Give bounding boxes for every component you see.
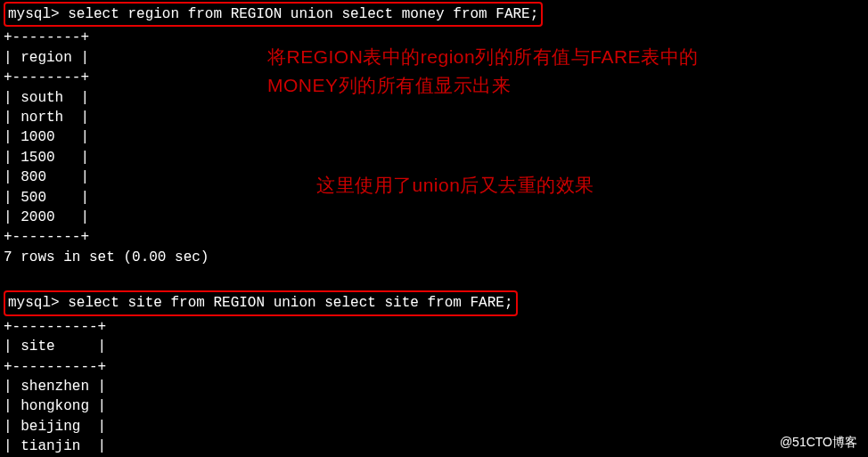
table2-row: | hongkong |: [4, 396, 864, 416]
annotation-1-line1: 将REGION表中的region列的所有值与FARE表中的: [267, 43, 699, 71]
table2-sep-top: +----------+: [4, 317, 864, 337]
query1-summary: 7 rows in set (0.00 sec): [4, 248, 864, 267]
query1-prompt: mysql> select region from REGION union s…: [8, 6, 538, 22]
table1-row: | 1000 |: [4, 127, 864, 147]
annotation-2: 这里使用了union后又去重的效果: [316, 171, 594, 200]
table1-row: | north |: [4, 108, 864, 127]
blank-line: [4, 271, 864, 290]
table2-sep-mid: +----------+: [4, 357, 864, 377]
table2-row: | tianjin |: [4, 437, 864, 456]
annotation-1: 将REGION表中的region列的所有值与FARE表中的 MONEY列的所有值…: [267, 43, 699, 99]
table2-row: | beijing |: [4, 417, 864, 437]
query1-block: mysql> select region from REGION union s…: [4, 2, 864, 267]
table2-row: | shenzhen |: [4, 377, 864, 396]
query1-highlight-box: mysql> select region from REGION union s…: [4, 2, 543, 27]
annotation-1-line2: MONEY列的所有值显示出来: [267, 71, 699, 100]
table1-sep-bot: +--------+: [4, 227, 864, 247]
query2-highlight-box: mysql> select site from REGION union sel…: [4, 290, 518, 315]
table1-row: | 1500 |: [4, 148, 864, 167]
query2-block: mysql> select site from REGION union sel…: [4, 290, 864, 457]
query2-prompt: mysql> select site from REGION union sel…: [8, 295, 513, 311]
watermark: @51CTO博客: [780, 434, 857, 452]
table2-header: | site |: [4, 337, 864, 356]
table1-row: | 2000 |: [4, 208, 864, 227]
